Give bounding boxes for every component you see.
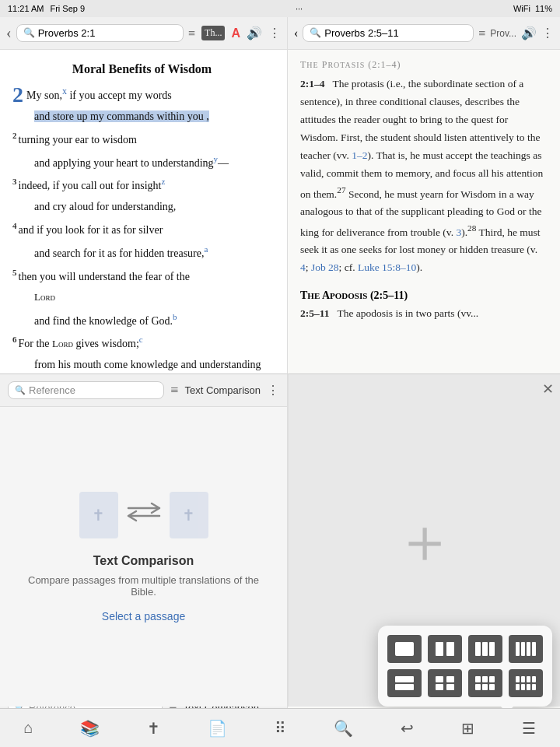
commentary-body: 2:1–4 The protasis (i.e., the subordinat…	[300, 75, 548, 277]
verse-3-indent: and cry aloud for understanding,	[12, 198, 271, 216]
tc-more-icon[interactable]: ⋮	[267, 383, 279, 398]
svg-rect-13	[446, 676, 454, 682]
ref-c[interactable]: c	[139, 335, 143, 344]
theme-button[interactable]: Th...	[201, 26, 225, 40]
svg-rect-26	[516, 684, 520, 690]
verse-4-indent-text: and search for it as for hidden treasure…	[12, 242, 271, 262]
right-more-icon[interactable]: ⋮	[541, 26, 554, 40]
svg-rect-24	[527, 676, 530, 682]
right-audio-icon[interactable]: 🔊	[521, 26, 537, 40]
nav-home[interactable]: ⌂	[23, 719, 33, 737]
right-list-icon[interactable]: ≡	[478, 26, 485, 40]
bottom-nav: ⌂ 📚 ✝ 📄 ⠿ 🔍 ↩ ⊞ ☰	[0, 708, 560, 747]
audio-icon[interactable]: 🔊	[247, 26, 262, 40]
svg-rect-8	[527, 642, 530, 656]
svg-rect-21	[489, 684, 495, 690]
svg-rect-27	[521, 684, 525, 690]
layout-picker	[378, 626, 552, 707]
tc-tab-label[interactable]: Text Comparison	[184, 384, 261, 396]
svg-rect-17	[482, 676, 488, 682]
verse-2-highlight: and store up my commands within you ,	[12, 107, 271, 125]
verse-6-indent-text: from his mouth come knowledge and unders…	[12, 356, 271, 374]
ref-y[interactable]: y	[214, 154, 219, 163]
tc-list-icon[interactable]: ≡	[170, 382, 178, 398]
nav-grid[interactable]: ⠿	[275, 719, 286, 738]
tc-reference-bar[interactable]: 🔍 Reference	[8, 381, 164, 399]
right-search-icon: 🔍	[310, 27, 321, 39]
svg-rect-15	[446, 684, 454, 690]
link-1-2[interactable]: 1–2	[352, 149, 367, 161]
verse-5-end: and find the knowledge of God.b	[12, 310, 271, 330]
layout-two-two[interactable]	[428, 669, 462, 697]
svg-rect-7	[521, 642, 525, 656]
status-time: 11:21 AM	[8, 4, 44, 13]
svg-rect-22	[516, 676, 520, 682]
tc-header: 🔍 Reference ≡ Text Comparison ⋮	[0, 374, 287, 407]
nav-layout[interactable]: ⊞	[461, 719, 474, 738]
tc-content: Text Comparison Compare passages from mu…	[0, 407, 287, 707]
link-luke[interactable]: Luke 15:8–10	[358, 261, 416, 273]
verse-6-indent: from his mouth come knowledge and unders…	[12, 356, 271, 374]
tc-placeholder: Reference	[29, 384, 75, 396]
svg-rect-16	[475, 676, 481, 682]
svg-rect-12	[436, 676, 443, 682]
right-back-button[interactable]: ‹	[294, 26, 298, 40]
apodosis-title: THE APODOSIS (2:5–11)	[300, 289, 548, 302]
section-ref: 2:1–4	[300, 78, 325, 89]
svg-rect-25	[532, 676, 536, 682]
verse-2-text: My son,x if you accept my words	[26, 89, 172, 101]
add-pane-button[interactable]: ＋	[394, 510, 456, 572]
svg-rect-10	[395, 676, 414, 682]
nav-history[interactable]: ↩	[401, 719, 414, 738]
footnote-28: 28	[467, 223, 476, 233]
nav-menu[interactable]: ☰	[522, 719, 536, 738]
tc-description: Compare passages from multiple translati…	[16, 574, 271, 598]
svg-rect-11	[395, 684, 414, 690]
tc-book-left	[79, 492, 118, 538]
more-icon[interactable]: ⋮	[268, 26, 281, 40]
status-right: WiFi 11%	[513, 4, 552, 13]
layout-three-two[interactable]	[468, 669, 502, 697]
close-button[interactable]: ✕	[542, 381, 554, 398]
layout-single[interactable]	[387, 635, 422, 663]
left-reference-input[interactable]	[38, 27, 177, 39]
layout-four-col[interactable]	[509, 635, 543, 663]
layout-single-two-row[interactable]	[387, 669, 422, 697]
bold-icon[interactable]: A	[231, 26, 240, 40]
verse-num-2: 2	[12, 84, 23, 106]
tc-illustration	[79, 492, 208, 538]
tc-book-right	[170, 492, 208, 538]
ref-z[interactable]: z	[161, 177, 165, 186]
left-header: ‹ 🔍 ≡ Th... A 🔊 ⋮	[0, 17, 287, 50]
status-wifi: WiFi	[513, 4, 530, 13]
select-passage-link[interactable]: Select a passage	[102, 610, 185, 622]
nav-cross[interactable]: ✝	[147, 719, 160, 738]
layout-three-col[interactable]	[468, 635, 502, 663]
verse-2b-indent: and applying your heart to understanding…	[12, 152, 271, 172]
ref-x[interactable]: x	[62, 86, 67, 96]
link-3[interactable]: 3	[456, 226, 461, 238]
nav-notes[interactable]: 📄	[208, 719, 227, 738]
verse-4-indent: and search for it as for hidden treasure…	[12, 242, 271, 262]
link-job28[interactable]: Job 28	[311, 261, 339, 273]
layout-two-col[interactable]	[428, 635, 462, 663]
left-back-button[interactable]: ‹	[6, 24, 12, 42]
right-reference-input[interactable]	[324, 27, 467, 39]
right-search-bar[interactable]: 🔍	[303, 24, 474, 42]
verse-5: 5then you will understand the fear of th…	[12, 265, 271, 286]
lord-text-1: Lord	[12, 288, 271, 306]
text-comparison-panel: 🔍 Reference ≡ Text Comparison ⋮ Text Com…	[0, 374, 288, 707]
ref-a[interactable]: a	[204, 244, 208, 254]
nav-library[interactable]: 📚	[80, 719, 100, 738]
search-icon: 🔍	[23, 27, 35, 39]
nav-search[interactable]: 🔍	[334, 719, 353, 738]
ref-b[interactable]: b	[173, 312, 177, 321]
status-battery: 11%	[535, 4, 552, 13]
left-search-bar[interactable]: 🔍	[16, 24, 184, 42]
apodosis-ref: 2:5–11	[300, 307, 330, 319]
list-icon[interactable]: ≡	[188, 26, 195, 40]
sup-6: 6	[12, 335, 17, 344]
svg-rect-20	[482, 684, 488, 690]
layout-four-two[interactable]	[509, 669, 543, 697]
link-4[interactable]: 4	[300, 261, 306, 273]
